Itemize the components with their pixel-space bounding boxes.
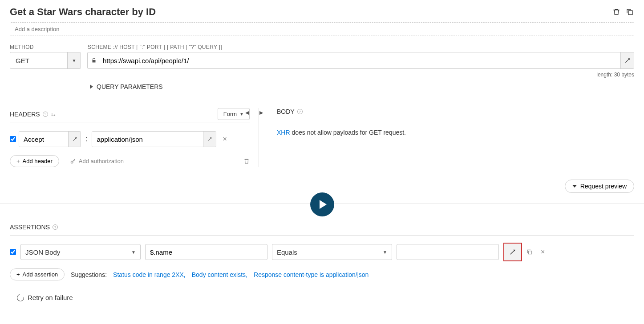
method-label: METHOD [10,44,88,50]
suggestion-link[interactable]: Status code in range 2XX, [113,271,186,278]
assertion-operator-select[interactable]: Equals ▼ [272,244,392,260]
assertion-checkbox[interactable] [10,249,16,255]
retry-label: Retry on failure [28,294,73,301]
query-parameters-toggle[interactable]: QUERY PARAMETERS [90,83,634,90]
query-parameters-label: QUERY PARAMETERS [97,83,163,90]
description-input[interactable] [10,22,634,36]
header-checkbox[interactable] [10,136,16,142]
header-row: : × [10,131,250,147]
svg-point-1 [71,161,73,163]
assertion-operator-value: Equals [277,248,297,256]
retry-icon [16,293,25,303]
colon: : [85,135,87,143]
add-header-label: Add header [23,158,53,164]
sort-icon[interactable]: ↓₂ [51,111,56,117]
assertion-source-value: JSON Body [25,248,60,256]
svg-rect-2 [529,251,532,254]
plus-icon: + [16,271,20,278]
request-preview-label: Request preview [580,183,627,190]
help-icon[interactable]: ? [297,109,303,114]
plus-icon: + [16,158,20,164]
header-name-input[interactable] [19,132,68,147]
lock-icon [88,52,100,68]
length-text: length: 30 bytes [10,72,634,78]
suggestion-link[interactable]: Body content exists, [192,271,247,278]
triangle-right-icon [90,84,93,89]
suggestions-label: Suggestions: [71,271,107,278]
collapse-right-icon[interactable]: ▶ [259,110,263,116]
method-value: GET [10,52,67,68]
collapse-left-icon[interactable]: ◀ [245,110,249,116]
assertion-row: JSON Body ▼ Equals ▼ × [10,243,634,261]
assertions-label: ASSERTIONS [10,224,50,231]
copy-icon[interactable] [527,249,533,255]
copy-icon[interactable] [625,8,634,16]
suggestion-link[interactable]: Response content-type is application/jso… [254,271,369,278]
magic-wand-icon[interactable] [620,52,634,68]
chevron-down-icon: ▼ [383,250,387,255]
chevron-down-icon: ▼ [239,112,244,116]
assertion-wand-button[interactable] [503,243,522,261]
remove-header-icon[interactable]: × [223,135,227,143]
request-preview-button[interactable]: Request preview [565,180,634,193]
url-input[interactable] [100,52,620,68]
add-assertion-label: Add assertion [23,271,58,278]
magic-wand-icon [509,248,516,256]
play-icon [320,200,327,209]
add-authorization-link[interactable]: Add authorization [70,158,124,164]
help-icon[interactable]: ? [53,224,58,230]
retry-on-failure-toggle[interactable]: Retry on failure [17,294,634,301]
add-authorization-label: Add authorization [79,158,124,164]
method-select[interactable]: GET ▼ [10,52,81,69]
add-header-button[interactable]: + Add header [10,155,59,167]
assertion-path-input[interactable] [145,244,267,260]
form-toggle-label: Form [223,111,237,117]
svg-rect-0 [628,11,632,15]
chevron-down-icon: ▼ [67,52,81,68]
help-icon[interactable]: ? [43,112,48,117]
key-icon [70,158,76,164]
trash-icon[interactable] [612,8,621,16]
remove-assertion-icon[interactable]: × [541,248,545,256]
assertion-value-input[interactable] [397,244,499,260]
triangle-down-icon [572,185,577,188]
headers-label: HEADERS [10,111,40,118]
xhr-link[interactable]: XHR [277,129,290,136]
magic-wand-icon[interactable] [203,132,216,147]
header-value-input[interactable] [92,132,203,147]
magic-wand-icon[interactable] [68,132,81,147]
body-label: BODY [277,108,295,115]
body-text: does not allow payloads for GET request. [290,129,406,136]
url-label: SCHEME :// HOST [ ":" PORT ] [ PATH [ "?… [88,44,222,50]
assertion-source-select[interactable]: JSON Body ▼ [20,244,141,260]
run-button[interactable] [310,192,334,216]
page-title: Get a Star Wars character by ID [10,6,156,18]
body-message: XHR does not allow payloads for GET requ… [277,129,634,136]
chevron-down-icon: ▼ [131,250,136,255]
trash-icon[interactable] [243,158,250,164]
add-assertion-button[interactable]: + Add assertion [10,268,65,280]
